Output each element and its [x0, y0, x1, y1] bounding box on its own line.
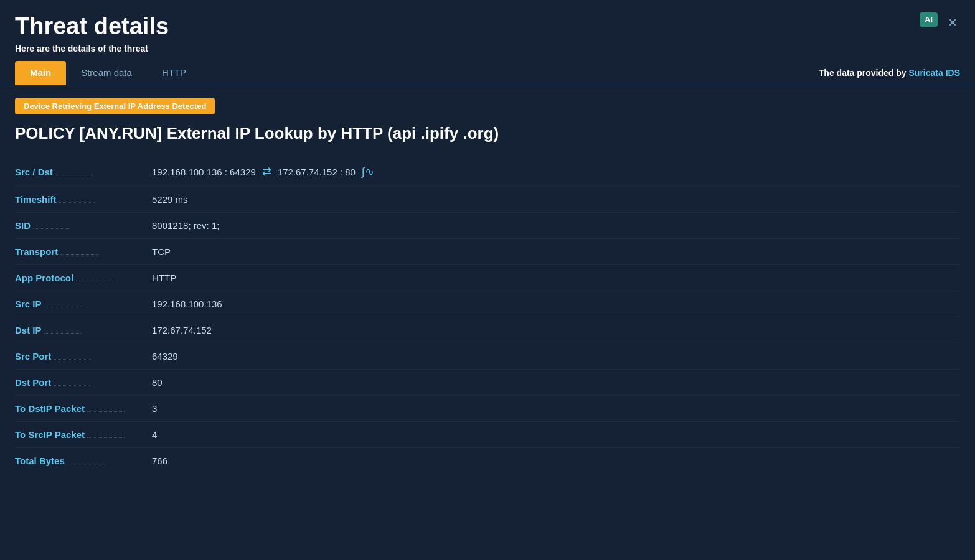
detail-value-app-protocol: HTTP: [152, 273, 176, 283]
dots: [76, 281, 113, 281]
dots: [59, 202, 96, 203]
divider: [15, 317, 960, 317]
policy-title: POLICY [ANY.RUN] External IP Lookup by H…: [15, 123, 960, 144]
detail-value-timeshift: 5229 ms: [152, 194, 188, 205]
suricata-ids-link[interactable]: Suricata IDS: [909, 68, 960, 78]
tabs-bar: Main Stream data HTTP The data provided …: [0, 61, 975, 85]
divider: [15, 212, 960, 213]
header: Threat details Here are the details of t…: [0, 0, 975, 54]
divider: [15, 395, 960, 396]
detail-value-to-srcip-packet: 4: [152, 429, 157, 440]
waveform-icon: ∫∿: [362, 165, 374, 179]
divider: [15, 186, 960, 187]
detail-value-src-dst: 192.168.100.136 : 64329 ⇄ 172.67.74.152 …: [152, 165, 374, 179]
threat-details-panel: Threat details Here are the details of t…: [0, 0, 975, 560]
detail-row-src-dst: Src / Dst 192.168.100.136 : 64329 ⇄ 172.…: [15, 159, 960, 185]
close-button[interactable]: ×: [943, 12, 963, 32]
divider: [15, 291, 960, 291]
detail-label-to-srcip-packet: To SrcIP Packet: [15, 429, 152, 440]
divider: [15, 264, 960, 265]
alert-badge: Device Retrieving External IP Address De…: [15, 98, 215, 114]
dots: [67, 464, 105, 464]
detail-row-src-port: Src Port 64329: [15, 345, 960, 368]
dst-address: 172.67.74.152 : 80: [278, 167, 356, 177]
details-table: Src / Dst 192.168.100.136 : 64329 ⇄ 172.…: [15, 159, 960, 472]
detail-label-sid: SID: [15, 220, 152, 231]
detail-value-transport: TCP: [152, 246, 171, 257]
detail-label-total-bytes: Total Bytes: [15, 455, 152, 466]
detail-row-timeshift: Timeshift 5229 ms: [15, 188, 960, 211]
detail-label-app-protocol: App Protocol: [15, 273, 152, 283]
detail-value-total-bytes: 766: [152, 455, 167, 466]
detail-row-app-protocol: App Protocol HTTP: [15, 266, 960, 289]
dots: [87, 437, 125, 438]
detail-label-to-dstip-packet: To DstIP Packet: [15, 403, 152, 414]
detail-label-dst-port: Dst Port: [15, 377, 152, 388]
detail-value-to-dstip-packet: 3: [152, 403, 157, 414]
dots: [54, 385, 91, 386]
dots: [44, 307, 82, 307]
panel-title: Threat details: [15, 12, 960, 41]
tab-http[interactable]: HTTP: [147, 61, 201, 85]
detail-row-to-srcip-packet: To SrcIP Packet 4: [15, 423, 960, 446]
detail-row-to-dstip-packet: To DstIP Packet 3: [15, 397, 960, 420]
detail-label-timeshift: Timeshift: [15, 194, 152, 205]
detail-value-sid: 8001218; rev: 1;: [152, 220, 219, 231]
detail-label-src-dst: Src / Dst: [15, 167, 152, 177]
dots: [60, 254, 98, 255]
detail-row-dst-port: Dst Port 80: [15, 371, 960, 394]
divider: [15, 421, 960, 422]
detail-value-src-ip: 192.168.100.136: [152, 299, 222, 309]
main-content: Device Retrieving External IP Address De…: [0, 85, 975, 485]
src-address: 192.168.100.136 : 64329: [152, 167, 256, 177]
divider: [15, 343, 960, 343]
divider: [15, 447, 960, 448]
dots: [54, 359, 91, 360]
ai-badge: AI: [920, 12, 938, 27]
detail-value-dst-ip: 172.67.74.152: [152, 325, 212, 335]
detail-label-transport: Transport: [15, 246, 152, 257]
detail-row-src-ip: Src IP 192.168.100.136: [15, 292, 960, 315]
data-source-info: The data provided by Suricata IDS: [819, 68, 960, 78]
detail-row-transport: Transport TCP: [15, 240, 960, 263]
divider: [15, 369, 960, 370]
detail-value-dst-port: 80: [152, 377, 162, 388]
detail-value-src-port: 64329: [152, 351, 178, 362]
dots: [44, 333, 82, 334]
dots: [55, 175, 93, 175]
tabs-left: Main Stream data HTTP: [15, 61, 201, 85]
detail-row-sid: SID 8001218; rev: 1;: [15, 214, 960, 237]
detail-label-dst-ip: Dst IP: [15, 325, 152, 335]
detail-row-dst-ip: Dst IP 172.67.74.152: [15, 319, 960, 342]
tab-main[interactable]: Main: [15, 61, 66, 85]
detail-label-src-ip: Src IP: [15, 299, 152, 309]
detail-row-total-bytes: Total Bytes 766: [15, 449, 960, 472]
dots: [33, 228, 70, 229]
panel-subtitle: Here are the details of the threat: [15, 44, 960, 54]
detail-label-src-port: Src Port: [15, 351, 152, 362]
tab-stream-data[interactable]: Stream data: [66, 61, 147, 85]
divider: [15, 238, 960, 239]
dots: [87, 411, 125, 412]
transfer-icon: ⇄: [262, 165, 271, 179]
